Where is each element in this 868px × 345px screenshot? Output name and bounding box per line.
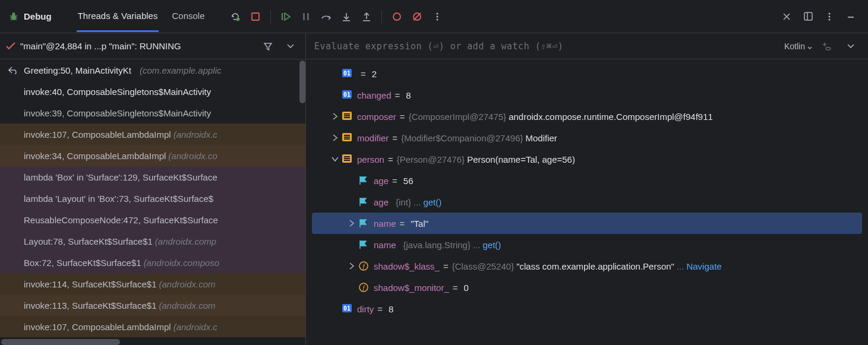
stack-frame[interactable]: Box:72, SurfaceKt$Surface$1(androidx.com… <box>0 252 305 273</box>
stack-frame[interactable]: invoke:114, SurfaceKt$Surface$1(androidx… <box>0 273 305 295</box>
debug-toolbar: Debug Threads & Variables Console <box>0 0 868 33</box>
frames-panel: "main"@24,884 in ...p "main": RUNNING Gr… <box>0 33 306 345</box>
view-breakpoints-icon[interactable] <box>388 8 406 26</box>
filter-icon[interactable] <box>259 37 277 55</box>
variable-row[interactable]: person={Person@27476} Person(name=Tal, a… <box>306 148 868 170</box>
variable-row[interactable]: =2 <box>306 63 868 84</box>
svg-rect-23 <box>804 12 812 20</box>
svg-rect-13 <box>303 13 305 20</box>
variable-row[interactable]: dirty=8 <box>306 298 868 319</box>
svg-point-20 <box>436 12 438 14</box>
options-icon[interactable] <box>820 8 838 26</box>
svg-point-25 <box>829 12 831 14</box>
var-type-icon <box>358 197 369 207</box>
svg-rect-12 <box>282 13 283 20</box>
stack-frame[interactable]: Greeting:50, MainActivityKt(com.example.… <box>0 59 305 81</box>
tree-toggle-icon[interactable] <box>345 220 358 227</box>
stack-frame[interactable]: Layout:78, SurfaceKt$Surface$1(androidx.… <box>0 230 305 252</box>
variable-row[interactable]: age=56 <box>306 170 868 191</box>
var-type-icon <box>342 154 352 164</box>
tree-toggle-icon[interactable] <box>329 134 342 141</box>
step-out-icon[interactable] <box>358 8 375 26</box>
layout-icon[interactable] <box>799 8 817 26</box>
variable-row[interactable]: composer={ComposerImpl@27475} androidx.c… <box>306 106 868 127</box>
stack-frame[interactable]: invoke:39, ComposableSingletons$MainActi… <box>0 102 305 124</box>
variable-row[interactable]: name{java.lang.String} ... get() <box>306 234 868 255</box>
pause-icon[interactable] <box>297 8 315 26</box>
svg-rect-11 <box>252 13 259 20</box>
svg-point-22 <box>436 18 438 20</box>
dropdown-icon[interactable] <box>282 37 299 55</box>
evaluate-expression-input[interactable]: Evaluate expression (⏎) or add a watch (… <box>314 41 778 52</box>
svg-point-17 <box>393 13 400 20</box>
stack-frame[interactable]: invoke:107, ComposableLambdaImpl(android… <box>0 316 305 337</box>
svg-rect-16 <box>363 20 370 21</box>
var-action-link[interactable]: get() <box>482 240 501 250</box>
svg-rect-15 <box>343 20 350 21</box>
minimize-icon[interactable] <box>842 8 860 26</box>
variable-row[interactable]: name="Tal" <box>312 213 862 234</box>
tree-toggle-icon[interactable] <box>345 262 358 270</box>
variable-row[interactable]: modifier={Modifier$Companion@27496} Modi… <box>306 127 868 148</box>
stack-frame[interactable]: lambda 'Box' in 'Surface':129, SurfaceKt… <box>0 166 305 188</box>
stack-frame[interactable]: invoke:107, ComposableLambdaImpl(android… <box>0 124 305 145</box>
more-icon[interactable] <box>428 8 446 26</box>
thread-status-icon <box>6 42 15 50</box>
language-selector[interactable]: Kotlin <box>784 42 812 51</box>
var-type-icon <box>342 111 352 122</box>
scrollbar-horizontal[interactable] <box>1 339 120 345</box>
close-icon[interactable] <box>778 8 796 26</box>
svg-point-27 <box>829 18 831 20</box>
rerun-icon[interactable] <box>226 8 244 26</box>
variable-row[interactable]: shadow$_klass_={Class@25240} "class com.… <box>306 255 868 277</box>
mute-breakpoints-icon[interactable] <box>408 8 426 26</box>
tab-bar: Threads & Variables Console <box>77 1 206 32</box>
svg-point-26 <box>829 15 831 17</box>
variable-row[interactable]: shadow$_monitor_=0 <box>306 277 868 298</box>
var-type-icon <box>342 68 352 79</box>
variables-panel: Evaluate expression (⏎) or add a watch (… <box>306 33 868 345</box>
svg-rect-14 <box>307 13 309 20</box>
var-type-icon <box>342 132 352 143</box>
var-type-icon <box>358 261 369 271</box>
scrollbar-vertical[interactable] <box>299 61 305 103</box>
var-type-icon <box>358 175 369 186</box>
svg-rect-28 <box>848 17 854 18</box>
svg-point-9 <box>12 12 15 15</box>
tool-window-title: Debug <box>8 11 52 22</box>
var-type-icon <box>358 218 369 229</box>
var-type-icon <box>358 239 369 250</box>
tree-toggle-icon[interactable] <box>329 157 342 162</box>
bug-icon <box>8 11 19 22</box>
step-over-icon[interactable] <box>317 8 335 26</box>
stack-frame[interactable]: ReusableComposeNode:472, SurfaceKt$Surfa… <box>0 209 305 230</box>
tab-threads-variables[interactable]: Threads & Variables <box>77 1 159 32</box>
thread-label[interactable]: "main"@24,884 in ...p "main": RUNNING <box>20 41 254 51</box>
stack-frame[interactable]: invoke:113, SurfaceKt$Surface$1(androidx… <box>0 295 305 316</box>
back-icon <box>8 66 18 74</box>
svg-point-10 <box>236 17 239 21</box>
stack-frame[interactable]: lambda 'Layout' in 'Box':73, SurfaceKt$S… <box>0 188 305 209</box>
tree-toggle-icon[interactable] <box>329 113 342 120</box>
stop-icon[interactable] <box>247 8 264 26</box>
var-action-link[interactable]: get() <box>423 197 441 207</box>
stack-frame[interactable]: invoke:34, ComposableLambdaImpl(androidx… <box>0 145 305 166</box>
add-watch-icon[interactable] <box>818 37 836 55</box>
variable-row[interactable]: changed=8 <box>306 84 868 106</box>
svg-point-21 <box>436 15 438 17</box>
var-type-icon <box>342 303 352 314</box>
step-into-icon[interactable] <box>337 8 355 26</box>
stack-frame[interactable]: invoke:40, ComposableSingletons$MainActi… <box>0 81 305 102</box>
variables-tree[interactable]: =2changed=8composer={ComposerImpl@27475}… <box>306 59 868 323</box>
tab-console[interactable]: Console <box>171 1 206 32</box>
expand-icon[interactable] <box>842 37 860 55</box>
frames-list[interactable]: Greeting:50, MainActivityKt(com.example.… <box>0 59 305 345</box>
resume-icon[interactable] <box>277 8 295 26</box>
var-action-link[interactable]: Navigate <box>686 261 721 271</box>
var-type-icon <box>358 282 369 293</box>
variable-row[interactable]: age{int} ... get() <box>306 191 868 213</box>
var-type-icon <box>342 90 352 100</box>
